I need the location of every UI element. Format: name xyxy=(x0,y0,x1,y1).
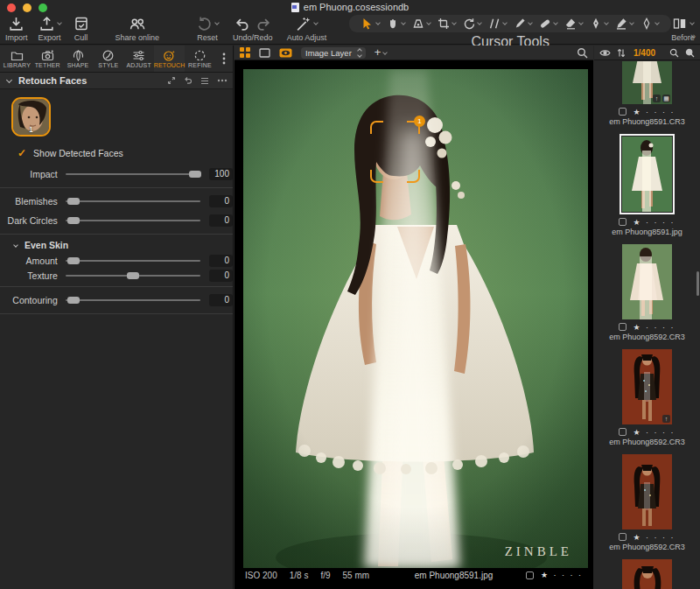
presets-list-icon[interactable] xyxy=(200,77,209,85)
tab-retouch[interactable]: RETOUCH xyxy=(154,46,185,72)
heal-tool[interactable] xyxy=(539,18,557,30)
straighten-tool[interactable] xyxy=(488,18,507,30)
slider-handle[interactable] xyxy=(127,272,139,279)
tab-refine[interactable]: REFINE xyxy=(185,46,215,72)
viewer-status-bar: ISO 200 1/8 s f/9 55 mm em Phuong8591.jp… xyxy=(234,566,593,584)
contouring-slider[interactable] xyxy=(66,295,200,305)
window-title: em Phuong.cosessiondb xyxy=(0,2,700,12)
add-layer-button[interactable]: + xyxy=(374,48,382,57)
thumbnail-image[interactable] xyxy=(622,454,672,529)
tab-tether[interactable]: TETHER xyxy=(32,46,63,72)
select-image-checkbox[interactable] xyxy=(619,323,626,331)
thumbnail-item[interactable]: ↑ ★ · · · · em Phuong8592.CR3 xyxy=(609,349,685,446)
toolbar-overflow-chevron[interactable]: » xyxy=(690,31,695,41)
thumbnail-image[interactable]: ↑ xyxy=(622,349,672,424)
eye-filter-icon[interactable] xyxy=(599,49,611,57)
thumbnail-item[interactable]: ↑▦ ★ · · · · em Phuong8591.CR3 xyxy=(609,61,685,126)
thumbnail-image[interactable] xyxy=(622,559,672,589)
texture-value[interactable]: 0 xyxy=(209,270,233,282)
slider-handle[interactable] xyxy=(67,217,80,224)
undo-redo-button[interactable]: Undo/Redo xyxy=(233,15,273,42)
select-image-checkbox[interactable] xyxy=(619,218,626,226)
thumbnail-item[interactable] xyxy=(622,559,672,589)
select-image-checkbox[interactable] xyxy=(619,533,626,541)
blemishes-slider[interactable] xyxy=(66,196,200,207)
collapse-caret-icon[interactable] xyxy=(6,76,12,82)
import-button[interactable]: Import xyxy=(5,15,28,42)
cull-button[interactable]: Cull xyxy=(74,15,89,42)
amount-value[interactable]: 0 xyxy=(209,255,233,267)
search-icon[interactable] xyxy=(669,48,679,58)
dark-circles-value[interactable]: 0 xyxy=(209,214,233,227)
face-detection-bracket[interactable]: 1 xyxy=(370,121,420,183)
reset-button[interactable]: Reset xyxy=(196,15,219,42)
detach-panel-icon[interactable] xyxy=(167,76,176,85)
thumbnail-item[interactable]: ★ · · · · em Phuong8592.CR3 xyxy=(609,454,685,551)
blemishes-value[interactable]: 0 xyxy=(209,195,233,207)
sort-icon[interactable] xyxy=(617,48,626,58)
cull-icon xyxy=(74,15,89,32)
undo-icon[interactable] xyxy=(234,16,250,32)
layer-selector[interactable]: Image Layer xyxy=(301,47,366,59)
loupe-icon[interactable] xyxy=(577,47,588,59)
zoom-thumbs-icon[interactable] xyxy=(685,48,695,58)
face-detection-badge[interactable]: 1 xyxy=(414,116,425,127)
reset-panel-icon[interactable] xyxy=(184,76,192,85)
tab-shape[interactable]: SHAPE xyxy=(63,46,94,72)
main-photo[interactable]: ZINBLE 1 xyxy=(243,69,588,568)
thumbnail-filename: em Phuong8591.CR3 xyxy=(609,117,685,126)
brush-tool[interactable] xyxy=(514,18,532,30)
tab-adjust[interactable]: ADJUST xyxy=(123,46,154,72)
shutter-value: 1/8 s xyxy=(290,571,309,580)
tabbar-more-button[interactable] xyxy=(215,46,233,72)
show-detected-faces-checkbox[interactable]: ✓ Show Detected Faces xyxy=(18,147,233,159)
rotate-tool[interactable] xyxy=(463,18,481,30)
star-rating[interactable]: ★ · · · · xyxy=(541,571,583,579)
proof-mask-icon[interactable] xyxy=(279,48,292,58)
thumbnail-item[interactable]: ★ · · · · em Phuong8592.CR3 xyxy=(609,244,685,341)
even-skin-group-header[interactable]: Even Skin xyxy=(14,240,233,250)
crop-tool[interactable] xyxy=(438,18,456,30)
detected-face-thumbnail[interactable]: 1 xyxy=(11,97,51,137)
thumbnail-image[interactable] xyxy=(622,137,672,212)
erase-tool[interactable] xyxy=(564,18,583,30)
redo-icon[interactable] xyxy=(256,16,272,32)
share-online-button[interactable]: Share online xyxy=(116,15,160,42)
thumbnail-image[interactable] xyxy=(622,244,672,319)
slider-handle[interactable] xyxy=(67,257,80,264)
texture-slider[interactable] xyxy=(66,270,200,281)
draw-tool[interactable] xyxy=(590,18,608,30)
contouring-value[interactable]: 0 xyxy=(209,294,233,306)
select-tool[interactable] xyxy=(361,18,380,30)
slider-handle[interactable] xyxy=(67,297,80,304)
panel-more-icon[interactable] xyxy=(217,79,228,82)
amount-slider[interactable] xyxy=(66,256,200,266)
impact-slider[interactable] xyxy=(66,169,200,179)
slider-handle[interactable] xyxy=(67,198,80,205)
filmstrip-scrollbar[interactable] xyxy=(696,271,699,296)
slider-handle[interactable] xyxy=(189,171,201,178)
thumbnail-item-selected[interactable]: ★ · · · · em Phuong8591.jpg xyxy=(612,134,682,236)
tab-library[interactable]: LIBRARY xyxy=(2,46,32,72)
star-rating[interactable]: ★ · · · · xyxy=(633,218,675,227)
fill-tool[interactable] xyxy=(615,18,634,30)
export-button[interactable]: Export xyxy=(38,15,61,42)
single-view-icon[interactable] xyxy=(259,48,270,58)
auto-adjust-button[interactable]: Auto Adjust xyxy=(287,15,327,42)
select-image-checkbox[interactable] xyxy=(619,108,626,116)
star-rating[interactable]: ★ · · · · xyxy=(633,428,675,437)
star-rating[interactable]: ★ · · · · xyxy=(633,108,675,116)
zoom-tool[interactable] xyxy=(412,18,430,30)
select-image-checkbox[interactable] xyxy=(526,571,534,579)
thumbnail-image[interactable]: ↑▦ xyxy=(622,61,672,104)
select-image-checkbox[interactable] xyxy=(619,428,626,436)
multi-view-icon[interactable] xyxy=(240,47,250,58)
dropdown-updown-icon xyxy=(358,49,361,57)
tab-style[interactable]: STYLE xyxy=(93,46,123,72)
impact-value[interactable]: 100 xyxy=(209,168,233,180)
dark-circles-slider[interactable] xyxy=(66,215,200,226)
pen-tool[interactable] xyxy=(640,18,659,30)
star-rating[interactable]: ★ · · · · xyxy=(633,533,675,542)
star-rating[interactable]: ★ · · · · xyxy=(633,323,675,332)
pan-tool[interactable] xyxy=(387,18,405,30)
